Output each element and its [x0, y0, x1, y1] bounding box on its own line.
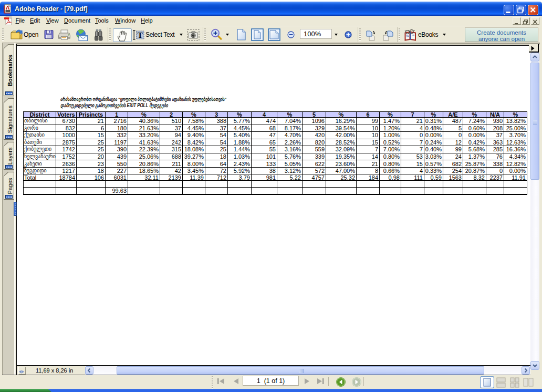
svg-text:T: T	[138, 31, 143, 39]
